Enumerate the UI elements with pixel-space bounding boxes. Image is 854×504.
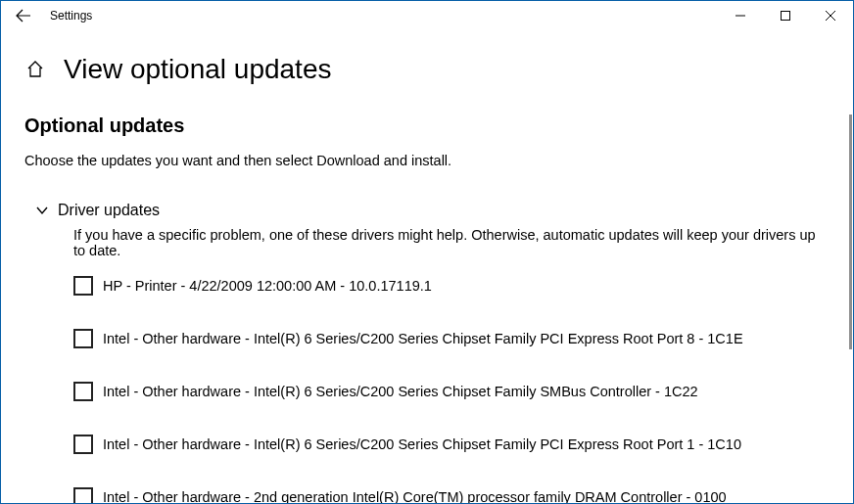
update-label: Intel - Other hardware - 2nd generation … — [103, 489, 727, 504]
driver-updates-title: Driver updates — [58, 202, 160, 219]
driver-updates-toggle[interactable]: Driver updates — [34, 202, 830, 219]
update-item: HP - Printer - 4/22/2009 12:00:00 AM - 1… — [73, 276, 830, 296]
window-title: Settings — [50, 9, 92, 23]
update-checkbox[interactable] — [73, 487, 93, 504]
content-area: View optional updates Optional updates C… — [1, 30, 853, 503]
instruction-text: Choose the updates you want and then sel… — [24, 153, 830, 168]
update-label: Intel - Other hardware - Intel(R) 6 Seri… — [103, 436, 741, 452]
update-item: Intel - Other hardware - 2nd generation … — [73, 487, 830, 504]
minimize-button[interactable] — [718, 1, 763, 30]
update-checkbox[interactable] — [73, 329, 93, 348]
chevron-down-icon — [34, 203, 50, 218]
section-title: Optional updates — [24, 115, 830, 137]
update-checkbox[interactable] — [73, 382, 93, 401]
page-header-row: View optional updates — [24, 54, 830, 85]
minimize-icon — [735, 11, 745, 21]
back-arrow-icon — [16, 8, 31, 23]
close-button[interactable] — [808, 1, 853, 30]
close-icon — [826, 11, 835, 21]
page-title: View optional updates — [64, 54, 331, 85]
title-bar: Settings — [1, 1, 853, 30]
maximize-icon — [781, 11, 790, 21]
update-item: Intel - Other hardware - Intel(R) 6 Seri… — [73, 329, 830, 348]
driver-updates-description: If you have a specific problem, one of t… — [73, 227, 830, 258]
update-item: Intel - Other hardware - Intel(R) 6 Seri… — [73, 382, 830, 401]
svg-rect-0 — [782, 12, 790, 21]
update-checkbox[interactable] — [73, 276, 93, 296]
update-label: Intel - Other hardware - Intel(R) 6 Seri… — [103, 331, 743, 346]
scrollbar[interactable] — [849, 115, 852, 349]
back-button[interactable] — [11, 3, 36, 28]
update-checkbox[interactable] — [73, 435, 93, 454]
home-button[interactable] — [24, 59, 46, 80]
maximize-button[interactable] — [763, 1, 808, 30]
update-label: HP - Printer - 4/22/2009 12:00:00 AM - 1… — [103, 278, 432, 294]
update-item: Intel - Other hardware - Intel(R) 6 Seri… — [73, 435, 830, 454]
update-label: Intel - Other hardware - Intel(R) 6 Seri… — [103, 384, 698, 399]
driver-updates-section: Driver updates If you have a specific pr… — [24, 202, 830, 504]
home-icon — [25, 60, 45, 79]
